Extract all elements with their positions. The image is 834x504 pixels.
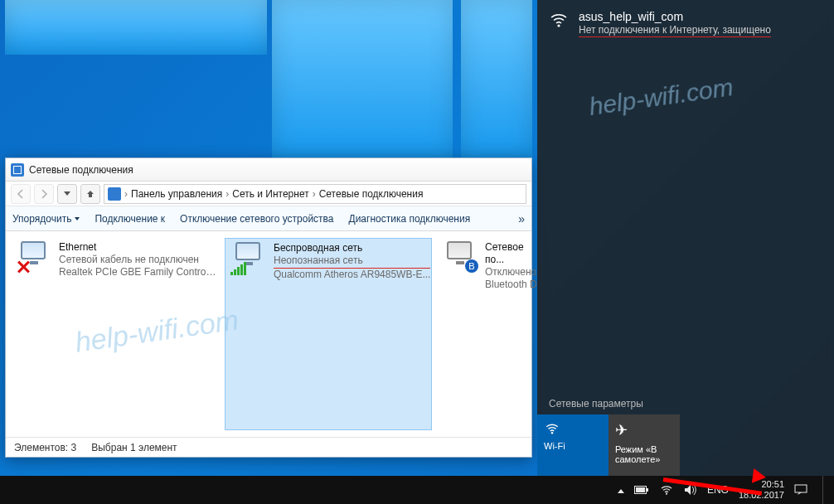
bluetooth-pan-icon: B — [442, 241, 478, 274]
nav-forward-button[interactable] — [34, 184, 54, 204]
nav-up-button[interactable] — [80, 184, 100, 204]
signal-bars-icon — [230, 262, 246, 275]
tray-clock[interactable]: 20:51 18.02.2017 — [739, 479, 784, 501]
nav-history-button[interactable] — [57, 184, 77, 204]
wallpaper-pane — [461, 0, 532, 158]
connection-status: Неопознанная сеть — [274, 254, 430, 269]
connection-item-ethernet[interactable]: Ethernet Сетевой кабель не подключен Rea… — [11, 238, 220, 430]
toolbar-organize[interactable]: Упорядочить — [12, 213, 80, 225]
address-bar[interactable]: › Панель управления › Сеть и Интернет › … — [104, 184, 526, 204]
breadcrumb-sep: › — [124, 188, 128, 200]
toolbar-overflow[interactable]: » — [518, 212, 525, 225]
language-indicator[interactable]: ENG — [707, 484, 729, 496]
breadcrumb-seg[interactable]: Панель управления — [131, 188, 222, 200]
breadcrumb-sep: › — [225, 188, 229, 200]
tile-airplane-mode[interactable]: ✈ Режим «В самолете» — [609, 414, 680, 476]
command-bar: Упорядочить Подключение к Отключение сет… — [6, 206, 531, 231]
wireless-icon — [230, 242, 267, 275]
taskbar: ENG 20:51 18.02.2017 — [0, 476, 834, 504]
connection-name: Сетевое по... — [485, 241, 545, 266]
svg-rect-4 — [636, 487, 645, 492]
window-icon — [11, 163, 24, 177]
network-name: asus_help_wifi_com — [579, 10, 771, 23]
volume-icon[interactable] — [684, 484, 697, 496]
svg-point-0 — [557, 24, 560, 27]
system-tray: ENG 20:51 18.02.2017 — [611, 476, 834, 504]
quick-action-tiles: Wi-Fi ✈ Режим «В самолете» — [537, 414, 834, 476]
address-home-icon — [108, 187, 121, 201]
network-status: Нет подключения к Интернету, защищено — [579, 24, 771, 37]
clock-date: 18.02.2017 — [739, 490, 784, 501]
toolbar-diagnose[interactable]: Диагностика подключения — [349, 213, 471, 225]
current-network-item[interactable]: asus_help_wifi_com Нет подключения к Инт… — [537, 0, 834, 47]
ethernet-icon — [16, 241, 52, 274]
tile-label: Режим «В самолете» — [615, 444, 673, 464]
svg-rect-3 — [647, 488, 648, 492]
status-item-count: Элементов: 3 — [14, 442, 76, 453]
action-center-icon[interactable] — [794, 484, 807, 496]
svg-rect-6 — [795, 485, 807, 492]
connections-list: Ethernet Сетевой кабель не подключен Rea… — [6, 231, 531, 437]
breadcrumb-seg[interactable]: Сеть и Интернет — [232, 188, 308, 200]
window-titlebar[interactable]: Сетевые подключения — [6, 158, 531, 182]
tray-overflow-button[interactable] — [618, 484, 624, 496]
connection-device: Realtek PCIe GBE Family Controller — [59, 266, 216, 279]
network-flyout: asus_help_wifi_com Нет подключения к Инт… — [537, 0, 834, 476]
bluetooth-icon: B — [465, 259, 478, 273]
show-desktop-button[interactable] — [822, 476, 827, 504]
clock-time: 20:51 — [761, 479, 784, 490]
wifi-icon — [549, 10, 569, 30]
disconnected-x-icon — [16, 259, 31, 274]
breadcrumb-sep: › — [313, 188, 316, 200]
svg-point-5 — [666, 493, 667, 495]
toolbar-disable-device[interactable]: Отключение сетевого устройства — [180, 213, 333, 225]
wallpaper-pane — [5, 0, 267, 55]
tile-wifi[interactable]: Wi-Fi — [537, 414, 609, 476]
connection-device: Qualcomm Atheros AR9485WB-E... — [274, 269, 430, 281]
network-connections-window: Сетевые подключения › Панель управления … — [5, 158, 532, 458]
network-settings-link[interactable]: Сетевые параметры — [537, 393, 834, 414]
connection-device: Bluetooth D... — [485, 279, 545, 291]
connection-item-bluetooth[interactable]: B Сетевое по... Отключено Bluetooth D... — [437, 238, 528, 430]
breadcrumb-seg[interactable]: Сетевые подключения — [319, 188, 424, 200]
connection-status: Отключено — [485, 266, 545, 279]
connection-item-wireless[interactable]: Беспроводная сеть Неопознанная сеть Qual… — [225, 238, 432, 430]
toolbar-label: Упорядочить — [12, 213, 71, 225]
toolbar-connect-to[interactable]: Подключение к — [95, 213, 165, 225]
wallpaper-pane — [272, 0, 453, 158]
battery-icon[interactable] — [634, 485, 649, 495]
nav-back-button[interactable] — [11, 184, 31, 204]
airplane-icon: ✈ — [615, 421, 673, 439]
svg-point-1 — [551, 432, 553, 434]
address-row: › Панель управления › Сеть и Интернет › … — [6, 182, 531, 206]
connection-name: Ethernet — [59, 241, 216, 254]
window-title: Сетевые подключения — [29, 164, 133, 176]
status-bar: Элементов: 3 Выбран 1 элемент — [6, 437, 531, 457]
chevron-down-icon — [75, 217, 80, 220]
connection-status: Сетевой кабель не подключен — [59, 254, 216, 266]
connection-name: Беспроводная сеть — [274, 242, 430, 254]
wifi-tray-icon[interactable] — [659, 483, 674, 497]
tile-label: Wi-Fi — [544, 441, 602, 451]
status-selection: Выбран 1 элемент — [91, 442, 177, 453]
wifi-icon — [544, 421, 602, 436]
